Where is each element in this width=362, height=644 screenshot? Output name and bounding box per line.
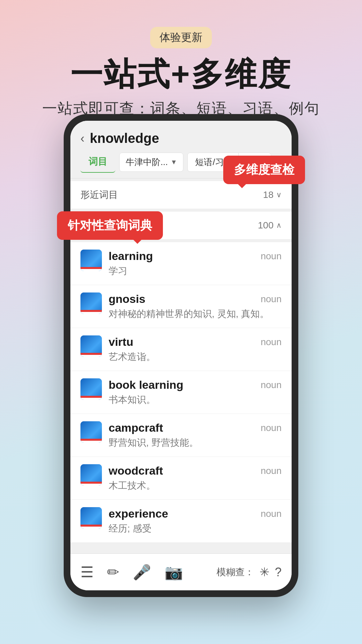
search-word-display: knowledge	[90, 131, 282, 146]
word-definition: 艺术造诣。	[109, 351, 282, 363]
tab-dictionary-dropdown[interactable]: 牛津中阶... ▼	[119, 153, 183, 172]
callout-dictionary: 针对性查询词典	[57, 211, 163, 240]
word-pos: noun	[261, 508, 282, 519]
word-list-item[interactable]: experience noun 经历; 感受	[70, 500, 292, 543]
list-icon[interactable]: ☰	[80, 564, 94, 581]
word-definition: 学习	[109, 265, 282, 277]
word-pos: noun	[261, 466, 282, 476]
back-button[interactable]: ‹	[80, 131, 84, 146]
phone-mockup: 多维度查检 针对性查询词典 ‹ knowledge 词目 牛津中阶... ▼ 短…	[64, 114, 298, 597]
phone-screen: ‹ knowledge 词目 牛津中阶... ▼ 短语/习... 例句	[70, 121, 292, 590]
top-section: 体验更新 一站式+多维度 一站式即可查：词条、短语、习语、例句	[0, 0, 362, 118]
word-pos: noun	[261, 337, 282, 347]
word-content: book learning noun 书本知识。	[109, 378, 282, 406]
word-list-item[interactable]: woodcraft noun 木工技术。	[70, 457, 292, 500]
word-book-icon	[80, 378, 102, 400]
camera-icon[interactable]: 📷	[165, 564, 183, 581]
word-book-icon	[80, 464, 102, 486]
dropdown-arrow-icon: ▼	[171, 158, 177, 166]
word-definition: 对神秘的精神世界的知识, 灵知, 真知。	[109, 308, 282, 320]
word-pos: noun	[261, 423, 282, 433]
badge-bubble: 体验更新	[150, 27, 212, 48]
word-list-item[interactable]: gnosis noun 对神秘的精神世界的知识, 灵知, 真知。	[70, 285, 292, 328]
toolbar-right: 模糊查： ✳ ?	[217, 565, 282, 579]
word-list: learning noun 学习 gnosis noun 对神秘的精神世界的知识…	[70, 242, 292, 543]
word-book-icon	[80, 292, 102, 314]
word-name: virtu	[109, 335, 133, 348]
similar-words-count: 18 ∨	[263, 190, 282, 200]
word-book-icon	[80, 507, 102, 529]
word-list-item[interactable]: campcraft noun 野营知识, 野营技能。	[70, 414, 292, 457]
word-definition: 木工技术。	[109, 479, 282, 492]
word-list-item[interactable]: virtu noun 艺术造诣。	[70, 328, 292, 371]
word-content: woodcraft noun 木工技术。	[109, 464, 282, 492]
word-content: experience noun 经历; 感受	[109, 507, 282, 535]
word-book-icon	[80, 335, 102, 357]
word-list-item[interactable]: learning noun 学习	[70, 242, 292, 285]
question-icon[interactable]: ?	[275, 565, 282, 579]
guess-count: 100 ∧	[258, 220, 282, 231]
word-name: campcraft	[109, 421, 163, 434]
mic-icon[interactable]: 🎤	[133, 564, 151, 581]
asterisk-icon[interactable]: ✳	[259, 565, 269, 579]
word-definition: 经历; 感受	[109, 522, 282, 535]
word-book-icon	[80, 421, 102, 443]
word-pos: noun	[261, 380, 282, 390]
word-definition: 野营知识, 野营技能。	[109, 436, 282, 449]
word-content: campcraft noun 野营知识, 野营技能。	[109, 421, 282, 449]
fuzzy-label: 模糊查：	[217, 566, 254, 579]
similar-words-label: 形近词目	[80, 189, 118, 201]
word-book-icon	[80, 250, 102, 271]
word-name: learning	[109, 250, 153, 263]
similar-words-section[interactable]: 形近词目 18 ∨	[70, 181, 292, 209]
pencil-icon[interactable]: ✏	[107, 564, 119, 581]
word-name: book learning	[109, 378, 183, 391]
toolbar-left: ☰ ✏ 🎤 📷	[80, 564, 217, 581]
tab-cimu[interactable]: 词目	[80, 151, 115, 173]
main-title: 一站式+多维度	[0, 56, 362, 92]
callout-multidimension: 多维度查检	[223, 156, 305, 184]
word-name: woodcraft	[109, 464, 163, 477]
bottom-toolbar: ☰ ✏ 🎤 📷 模糊查： ✳ ?	[70, 553, 292, 590]
phone-frame: ‹ knowledge 词目 牛津中阶... ▼ 短语/习... 例句	[64, 114, 298, 597]
word-content: gnosis noun 对神秘的精神世界的知识, 灵知, 真知。	[109, 292, 282, 320]
word-list-item[interactable]: book learning noun 书本知识。	[70, 371, 292, 414]
word-name: gnosis	[109, 292, 145, 306]
word-definition: 书本知识。	[109, 393, 282, 406]
word-content: learning noun 学习	[109, 250, 282, 277]
word-name: experience	[109, 507, 168, 520]
sub-title: 一站式即可查：词条、短语、习语、例句	[0, 99, 362, 118]
word-pos: noun	[261, 251, 282, 262]
header-bar: ‹ knowledge	[70, 121, 292, 146]
word-pos: noun	[261, 294, 282, 305]
word-content: virtu noun 艺术造诣。	[109, 335, 282, 363]
